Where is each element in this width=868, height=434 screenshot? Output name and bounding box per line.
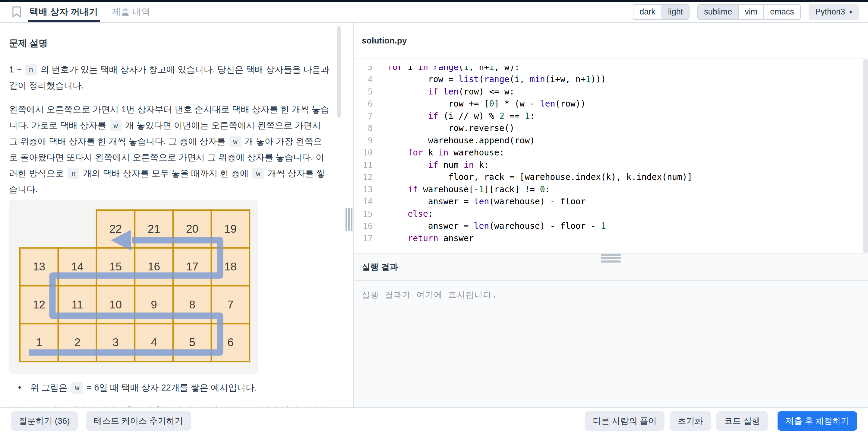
line-number: 16 (354, 221, 373, 231)
editor-header: solution.py (354, 23, 868, 59)
theme-light-option[interactable]: light (661, 5, 689, 19)
svg-text:2: 2 (74, 336, 81, 349)
code-line[interactable]: 5 if len(row) <= w: (354, 85, 859, 98)
code-editor[interactable]: 3for i in range(1, n+1, w):4 row = list(… (354, 59, 868, 253)
code-line[interactable]: 12 floor, rack = [warehouse.index(k), k.… (354, 171, 859, 183)
code-line-content: floor, rack = [warehouse.index(k), k.ind… (388, 172, 692, 182)
code-line[interactable]: 4 row = list(range(i, min(i+w, n+1))) (354, 73, 859, 86)
line-number: 12 (354, 172, 373, 182)
code-line-content: else: (388, 209, 433, 219)
svg-text:12: 12 (33, 298, 45, 311)
keymap-vim-option[interactable]: vim (738, 5, 764, 19)
code-scroll-viewport: 3for i in range(1, n+1, w):4 row = list(… (354, 66, 859, 253)
code-line-content: if warehouse[-1][rack] != 0: (388, 184, 550, 194)
code-line-content: if len(row) <= w: (388, 87, 514, 96)
inline-code-chip: n (67, 168, 79, 179)
problem-paragraph: 다음 날 손님은 자신의 택배를 찾으러 창고에 왔습니다. 당신은 손님이 자… (9, 402, 330, 407)
svg-text:7: 7 (227, 298, 234, 311)
svg-text:14: 14 (71, 260, 84, 273)
code-line[interactable]: 3for i in range(1, n+1, w): (354, 66, 859, 73)
reset-button[interactable]: 초기화 (670, 411, 711, 431)
results-resize-handle[interactable] (601, 254, 621, 263)
svg-text:17: 17 (186, 260, 198, 273)
code-line[interactable]: 17 return answer (354, 232, 859, 244)
svg-text:8: 8 (189, 298, 195, 311)
svg-text:16: 16 (148, 260, 160, 273)
svg-text:15: 15 (110, 260, 122, 273)
code-line-content: warehouse.append(row) (388, 136, 535, 145)
panel-resize-handle[interactable] (345, 208, 352, 231)
code-line[interactable]: 14 answer = len(warehouse) - floor (354, 196, 859, 208)
line-number: 5 (354, 87, 373, 96)
code-line[interactable]: 16 answer = len(warehouse) - floor - 1 (354, 220, 859, 232)
tab-problem-title[interactable]: 택배 상자 꺼내기 (28, 2, 100, 22)
keymap-sublime-option[interactable]: sublime (698, 5, 738, 19)
line-number: 10 (354, 148, 373, 157)
theme-dark-option[interactable]: dark (633, 5, 661, 19)
svg-text:4: 4 (151, 336, 157, 349)
language-select[interactable]: Python3 ▾ (809, 4, 859, 20)
theme-toggle-group: dark light (633, 4, 689, 20)
figure-caption: 위 그림은 w = 6일 때 택배 상자 22개를 쌓은 예시입니다. (30, 380, 330, 396)
code-editor-scrollbar[interactable] (863, 59, 868, 253)
line-number: 9 (354, 136, 373, 145)
keymap-emacs-option[interactable]: emacs (764, 5, 800, 19)
svg-text:9: 9 (151, 298, 157, 311)
problem-panel[interactable]: 문제 설명 1 ~ n 의 번호가 있는 택배 상자가 창고에 있습니다. 당신… (0, 23, 353, 407)
problem-panel-scrollbar-thumb[interactable] (337, 26, 341, 118)
svg-text:21: 21 (148, 223, 160, 235)
add-testcase-button[interactable]: 테스트 케이스 추가하기 (86, 411, 191, 431)
inline-code-chip: w (252, 168, 264, 179)
code-line-content: answer = len(warehouse) - floor - 1 (388, 221, 606, 231)
code-line[interactable]: 6 row += [0] * (w - len(row)) (354, 98, 859, 110)
problem-description-heading: 문제 설명 (9, 37, 330, 50)
other-solutions-button[interactable]: 다른 사람의 풀이 (585, 411, 664, 431)
code-line-content: row.reverse() (388, 123, 514, 133)
bottom-right-buttons: 다른 사람의 풀이 초기화 코드 실행 제출 후 채점하기 (585, 411, 857, 431)
line-number: 14 (354, 197, 373, 206)
chevron-down-icon: ▾ (849, 8, 852, 16)
code-line[interactable]: 9 warehouse.append(row) (354, 134, 859, 147)
svg-text:10: 10 (110, 298, 122, 311)
run-result-placeholder: 실행 결과가 여기에 표시됩니다. (354, 281, 868, 300)
line-number: 8 (354, 123, 373, 133)
bookmark-icon[interactable] (12, 2, 21, 22)
code-line-content: for i in range(1, n+1, w): (388, 66, 520, 72)
svg-text:18: 18 (224, 260, 237, 273)
tab-submissions[interactable]: 제출 내역 (110, 2, 152, 22)
code-line[interactable]: 7 if (i // w) % 2 == 1: (354, 110, 859, 122)
code-line-content: return answer (388, 233, 474, 243)
svg-text:11: 11 (71, 298, 83, 311)
code-line[interactable]: 11 if num in k: (354, 159, 859, 171)
ask-question-button[interactable]: 질문하기 (36) (11, 411, 78, 431)
keymap-toggle-group: sublime vim emacs (698, 4, 801, 20)
code-line-content: row = list(range(i, min(i+w, n+1))) (388, 74, 606, 84)
line-number: 7 (354, 111, 373, 121)
svg-text:20: 20 (186, 223, 198, 235)
run-result-panel: 실행 결과가 여기에 표시됩니다. (354, 281, 868, 407)
run-code-button[interactable]: 코드 실행 (716, 411, 768, 431)
code-line[interactable]: 10 for k in warehouse: (354, 147, 859, 159)
code-content: 3for i in range(1, n+1, w):4 row = list(… (354, 66, 859, 244)
inline-code-chip: n (25, 64, 37, 76)
code-line-content: answer = len(warehouse) - floor (388, 197, 586, 206)
svg-text:6: 6 (227, 336, 234, 349)
problem-paragraph: 1 ~ n 의 번호가 있는 택배 상자가 창고에 있습니다. 당신은 택배 상… (9, 62, 330, 93)
svg-text:19: 19 (224, 223, 237, 235)
line-number: 13 (354, 185, 373, 194)
line-number: 17 (354, 234, 373, 243)
bottom-action-bar: 질문하기 (36) 테스트 케이스 추가하기 다른 사람의 풀이 초기화 코드 … (0, 407, 868, 434)
code-line[interactable]: 15 else: (354, 208, 859, 220)
submit-grade-button[interactable]: 제출 후 채점하기 (778, 411, 857, 431)
svg-text:3: 3 (113, 336, 119, 349)
svg-text:1: 1 (36, 336, 42, 349)
code-line-content: row += [0] * (w - len(row)) (388, 99, 586, 109)
problem-paragraph: 왼쪽에서 오른쪽으로 가면서 1번 상자부터 번호 순서대로 택배 상자를 한 … (9, 102, 330, 197)
code-line[interactable]: 8 row.reverse() (354, 122, 859, 135)
warehouse-grid-figure: 22212019131415161718121110987123456 (9, 200, 258, 374)
editor-filename: solution.py (354, 23, 868, 46)
code-line-content: if (i // w) % 2 == 1: (388, 111, 535, 121)
code-line[interactable]: 13 if warehouse[-1][rack] != 0: (354, 183, 859, 196)
app-header: 택배 상자 꺼내기 제출 내역 dark light sublime vim e… (0, 2, 868, 23)
line-number: 4 (354, 75, 373, 84)
